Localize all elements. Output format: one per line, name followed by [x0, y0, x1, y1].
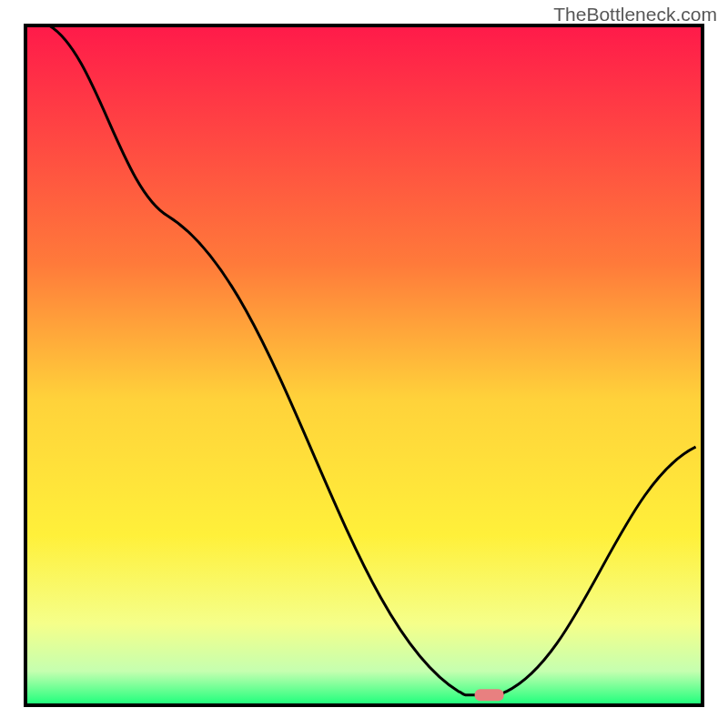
chart-svg: [0, 0, 728, 728]
watermark-text: TheBottleneck.com: [553, 4, 717, 25]
bottleneck-chart: TheBottleneck.com: [0, 0, 728, 728]
optimal-marker: [475, 689, 504, 701]
plot-background: [25, 25, 703, 705]
